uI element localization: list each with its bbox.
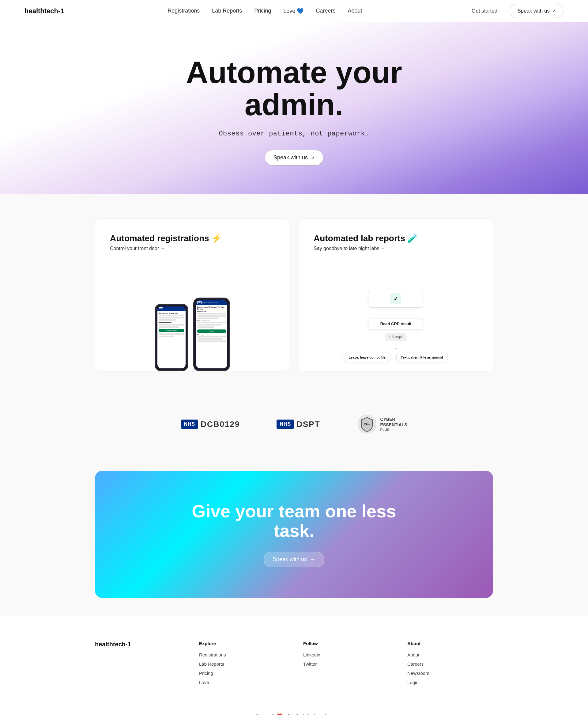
phone-2-btn: Start now xyxy=(197,329,226,333)
footer-link-login[interactable]: Login xyxy=(407,680,419,685)
footer-link-careers[interactable]: Careers xyxy=(407,661,423,667)
registrations-link[interactable]: Control your front door → xyxy=(110,246,274,251)
phone-2-before: Before you start xyxy=(197,311,226,312)
nav-speak-arrow-icon: ↗ xyxy=(552,8,556,14)
nav-link-careers[interactable]: Careers xyxy=(316,8,335,14)
phone-2-screen: NHS Register with a GP surgery Register … xyxy=(196,300,227,368)
hero-speak-button[interactable]: Speak with us ↗ xyxy=(265,150,323,165)
line1 xyxy=(159,315,184,316)
footer-logo: healthtech-1 xyxy=(95,641,181,648)
hero-heading: Automate your admin. xyxy=(186,56,402,121)
footer-link-linkedin[interactable]: Linkedin xyxy=(303,652,320,657)
flow-branch-low: Leave, leave do not file xyxy=(344,353,390,362)
flow-branches: Leave, leave do not file Text patient Fi… xyxy=(344,353,447,362)
footer-link-newsroom[interactable]: Newsroom xyxy=(407,671,429,676)
flow-arrow-1: ↓ xyxy=(395,310,397,316)
flowchart: ✓ ↓ Read CRP result + 5 mg/L ↓ Leave, le… xyxy=(344,290,447,371)
footer-link-registrations[interactable]: Registrations xyxy=(199,652,226,657)
registrations-title: Automated registrations ⚡ xyxy=(110,233,274,243)
phone-2-nhs-bar: NHS Register with a GP surgery xyxy=(196,300,227,305)
footer-about-links: About Careers Newsroom Login xyxy=(407,652,493,685)
p2-line1 xyxy=(197,313,226,314)
footer-col-about: About About Careers Newsroom Login xyxy=(407,641,493,685)
flow-check-icon: ✓ xyxy=(390,293,401,304)
hero-speak-label: Speak with us xyxy=(273,155,308,161)
footer-link-love[interactable]: Love xyxy=(199,680,209,685)
heart-icon: ❤️ xyxy=(277,713,283,715)
nav-right: Get started Speak with us ↗ xyxy=(465,4,564,18)
p2-line4 xyxy=(197,322,226,323)
line5 xyxy=(159,324,184,325)
p2-line2 xyxy=(197,315,226,316)
cta-speak-button[interactable]: Speak with us → xyxy=(264,552,324,567)
flow-result-box: Read CRP result xyxy=(368,318,423,329)
badge-dcb0129: NHS DCB0129 xyxy=(181,420,240,429)
nhs-box-2: NHS xyxy=(276,420,294,429)
nav-link-lab-reports[interactable]: Lab Reports xyxy=(212,8,242,14)
p2-line5 xyxy=(197,324,222,325)
footer: healthtech-1 Explore Registrations Lab R… xyxy=(0,616,588,715)
lab-reports-card: Automated lab reports 🧪 Say goodbye to l… xyxy=(299,218,493,371)
features-grid: Automated registrations ⚡ Control your f… xyxy=(95,218,493,371)
nav-link-registrations[interactable]: Registrations xyxy=(168,8,200,14)
phone-2: NHS Register with a GP surgery Register … xyxy=(193,298,230,371)
crp-badge: + 5 mg/L xyxy=(385,333,407,341)
nav-link-love[interactable]: Love 💙 xyxy=(283,8,303,14)
line4 xyxy=(159,322,171,323)
footer-link-lab-reports[interactable]: Lab Reports xyxy=(199,661,224,667)
cyber-line1: CYBER xyxy=(380,416,407,422)
nav-link-about[interactable]: About xyxy=(348,8,362,14)
phone-1: NHS We're excited to have you! Get ready… xyxy=(155,304,188,371)
flow-arrow-2: ↓ xyxy=(395,345,397,350)
phone-2-subtitle: Register with a GP surgery xyxy=(203,302,218,303)
line3 xyxy=(159,319,177,321)
nav-link-pricing[interactable]: Pricing xyxy=(254,8,271,14)
footer-about-title: About xyxy=(407,641,493,646)
svg-text:CE+: CE+ xyxy=(364,423,370,426)
nav-speak-label: Speak with us xyxy=(517,8,550,14)
p2-other-ways: Other ways to register xyxy=(197,334,226,335)
footer-follow-title: Follow xyxy=(303,641,389,646)
line2 xyxy=(159,317,184,319)
footer-col-explore: Explore Registrations Lab Reports Pricin… xyxy=(199,641,285,685)
line6 xyxy=(159,326,179,328)
get-started-button[interactable]: Get started xyxy=(465,5,503,17)
phone-1-title: We're excited to have you! xyxy=(159,312,184,314)
flow-branch-high: Text patient File as normal xyxy=(396,353,448,362)
footer-explore-title: Explore xyxy=(199,641,285,646)
footer-follow-links: Linkedin Twitter xyxy=(303,652,389,667)
p2-line6 xyxy=(197,326,214,328)
p2-line3 xyxy=(197,318,219,319)
flow-check-box: ✓ xyxy=(368,290,423,308)
cta-card: Give your team one less task. Speak with… xyxy=(95,471,493,598)
registrations-card: Automated registrations ⚡ Control your f… xyxy=(95,218,289,371)
lab-reports-link[interactable]: Say goodbye to late night labs → xyxy=(314,246,478,251)
nav-speak-button[interactable]: Speak with us ↗ xyxy=(510,4,564,18)
hero-section: Automate your admin. Obsess over patient… xyxy=(0,22,588,194)
cyber-text: CYBER ESSENTIALS PLUS xyxy=(380,416,407,432)
phone-1-nhs-bar: NHS xyxy=(158,306,186,311)
footer-link-about[interactable]: About xyxy=(407,652,419,657)
flow-branch-low-label: Leave, leave do not file xyxy=(349,355,385,359)
hero-subtitle: Obsess over patients, not paperwork. xyxy=(219,130,369,138)
line8 xyxy=(159,335,174,337)
footer-columns: healthtech-1 Explore Registrations Lab R… xyxy=(95,641,493,685)
nhs-badge-text-2: DSPT xyxy=(296,420,320,429)
nav-logo[interactable]: healthtech-1 xyxy=(24,7,64,15)
lab-reports-image: ✓ ↓ Read CRP result + 5 mg/L ↓ Leave, le… xyxy=(314,261,478,371)
features-section: Automated registrations ⚡ Control your f… xyxy=(0,194,588,396)
nhs-logo-1: NHS xyxy=(159,307,163,310)
footer-link-pricing[interactable]: Pricing xyxy=(199,671,213,676)
footer-bottom: Made with ❤️ in Stratford, East London. … xyxy=(95,704,493,715)
badge-cyber-essentials: CE+ CYBER ESSENTIALS PLUS xyxy=(357,414,407,434)
navbar: healthtech-1 Registrations Lab Reports P… xyxy=(0,0,588,22)
line7 xyxy=(159,333,184,335)
nhs-logo-2: NHS xyxy=(197,301,202,304)
cyber-line2: ESSENTIALS xyxy=(380,422,407,428)
cta-heading: Give your team one less task. xyxy=(113,502,475,540)
registrations-image: NHS We're excited to have you! Get ready… xyxy=(110,261,274,371)
p2-line7 xyxy=(197,336,226,338)
phone-2-title: Register with a GP surgery: The Tree Sur… xyxy=(197,306,226,310)
footer-link-twitter[interactable]: Twitter xyxy=(303,661,317,667)
nhs-box-1: NHS xyxy=(181,420,198,429)
